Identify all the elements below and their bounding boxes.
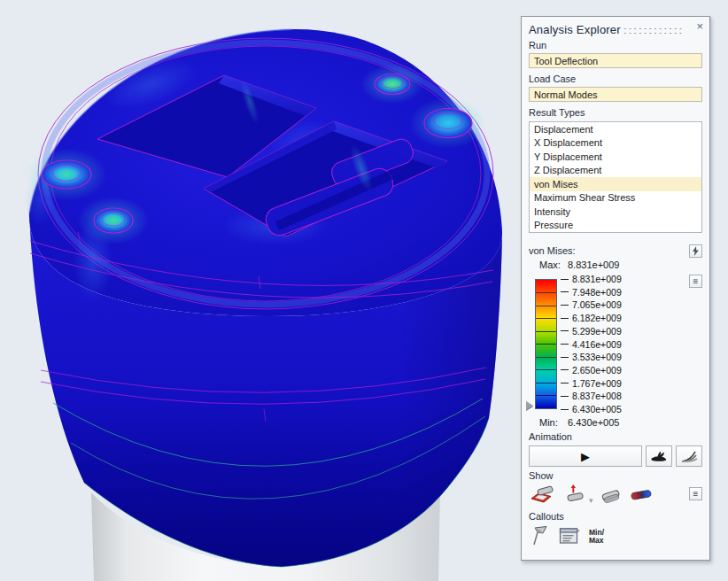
analysis-explorer-panel: Analysis Explorer × Run Tool Deflection …: [521, 16, 710, 561]
legend-tick-row: 1.767e+009: [561, 377, 622, 389]
legend-segment: [536, 280, 556, 292]
panel-title: Analysis Explorer: [529, 23, 621, 36]
result-type-option[interactable]: Y Displacement: [530, 150, 701, 164]
run-value: Tool Deflection: [534, 56, 598, 66]
legend-colorbar[interactable]: [535, 279, 557, 409]
legend-tick-row: 4.416e+009: [561, 338, 622, 350]
result-type-option[interactable]: von Mises: [530, 177, 701, 191]
show-contours-magnet-icon[interactable]: [630, 487, 653, 503]
legend-segment: [536, 395, 556, 408]
probe-callout-icon[interactable]: [532, 525, 550, 548]
legend-tick-label: 6.182e+009: [572, 313, 622, 323]
result-types-label: Result Types: [529, 107, 585, 118]
legend-tick-label: 5.299e+009: [572, 326, 622, 337]
menu-icon: ≡: [693, 490, 699, 499]
rabbit-icon: [650, 449, 668, 463]
load-case-field[interactable]: Normal Modes: [529, 87, 702, 102]
result-type-option[interactable]: Pressure: [530, 219, 701, 233]
legend-tick-row: 8.831e+009: [561, 274, 622, 285]
animation-trace-button[interactable]: [676, 445, 702, 467]
legend-tick: [561, 330, 569, 331]
legend-tick-row: 3.533e+009: [561, 352, 622, 363]
legend-tick: [561, 305, 569, 306]
legend-tick: [561, 409, 569, 410]
legend-tick-row: 7.065e+009: [561, 299, 622, 311]
show-menu-button[interactable]: ≡: [689, 487, 702, 500]
result-types-listbox: DisplacementX DisplacementY Displacement…: [529, 121, 702, 233]
minmax-line2: Max: [589, 537, 604, 545]
legend-tick-label: 8.831e+009: [572, 274, 622, 284]
legend-segment: [536, 383, 556, 396]
legend-segment: [536, 344, 556, 357]
lightning-icon: [692, 246, 700, 256]
min-value: 6.430e+005: [568, 417, 619, 428]
legend-tick-row: 8.837e+008: [561, 391, 622, 402]
legend-tick: [561, 318, 569, 319]
show-loads-icon[interactable]: [562, 484, 587, 506]
load-case-label: Load Case: [529, 74, 576, 84]
legend-tick: [561, 396, 569, 397]
legend-segment: [536, 369, 556, 383]
legend-tick-label: 4.416e+009: [572, 339, 622, 350]
application-window: Analysis Explorer × Run Tool Deflection …: [0, 0, 728, 581]
legend-segment: [536, 357, 556, 370]
run-field[interactable]: Tool Deflection: [529, 53, 702, 68]
max-value: 8.831e+009: [568, 260, 619, 270]
show-dropdown-caret[interactable]: ▾: [589, 496, 593, 505]
result-title: von Mises:: [529, 245, 576, 256]
legend-tick-label: 7.065e+009: [572, 299, 622, 310]
legend-tick: [561, 291, 569, 292]
callouts-label: Callouts: [529, 511, 564, 522]
close-icon[interactable]: ×: [696, 20, 703, 33]
result-type-option[interactable]: X Displacement: [530, 136, 701, 151]
load-case-value: Normal Modes: [534, 89, 598, 100]
legend-segment: [536, 292, 556, 306]
run-label: Run: [529, 40, 546, 50]
show-deformed-in-fixture-icon[interactable]: [531, 484, 557, 506]
result-type-option[interactable]: Z Displacement: [530, 164, 701, 178]
legend-segment: [536, 331, 556, 345]
legend-tick-row: 7.948e+009: [561, 286, 622, 298]
legend-menu-button[interactable]: ≡: [689, 275, 702, 288]
animation-label: Animation: [529, 431, 572, 442]
legend-tick-label: 6.430e+005: [572, 404, 622, 414]
minmax-callout-toggle[interactable]: Min/ Max: [589, 529, 604, 545]
trace-curves-icon: [680, 449, 698, 463]
result-type-option[interactable]: Maximum Shear Stress: [530, 191, 701, 205]
legend-tick-label: 2.650e+009: [572, 365, 622, 376]
legend-pointer[interactable]: [526, 401, 533, 410]
animation-play-button[interactable]: ▶: [529, 445, 642, 467]
result-type-option[interactable]: Displacement: [530, 122, 701, 136]
legend-tick-label: 7.948e+009: [572, 287, 622, 298]
legend-tick-row: 6.182e+009: [561, 313, 622, 324]
play-icon: ▶: [581, 451, 590, 462]
tool-holder-body: [24, 29, 502, 567]
legend-tick-row: 5.299e+009: [561, 325, 622, 337]
animation-speed-button[interactable]: [646, 445, 672, 467]
legend-tick: [561, 279, 569, 280]
legend-tick: [561, 357, 569, 358]
drag-handle-dots[interactable]: [623, 27, 683, 35]
legend-tick-row: 6.430e+005: [561, 404, 622, 415]
min-label: Min:: [539, 417, 558, 428]
legend-segment: [536, 306, 556, 319]
legend-tick-label: 3.533e+009: [572, 352, 622, 362]
max-label: Max:: [539, 260, 561, 270]
legend-tick-label: 8.837e+008: [572, 391, 622, 401]
legend-tick-label: 1.767e+009: [572, 378, 622, 389]
legend-tick: [561, 383, 569, 383]
legend-tick: [561, 369, 569, 370]
legend-tick-row: 2.650e+009: [561, 364, 622, 376]
legend-tick: [561, 344, 569, 345]
show-undeformed-icon[interactable]: [598, 484, 624, 506]
update-results-button[interactable]: [689, 244, 702, 258]
show-label: Show: [529, 470, 554, 481]
menu-icon: ≡: [693, 277, 699, 286]
note-callout-icon[interactable]: [559, 527, 580, 546]
legend-segment: [536, 318, 556, 331]
result-type-option[interactable]: Intensity: [530, 205, 701, 219]
